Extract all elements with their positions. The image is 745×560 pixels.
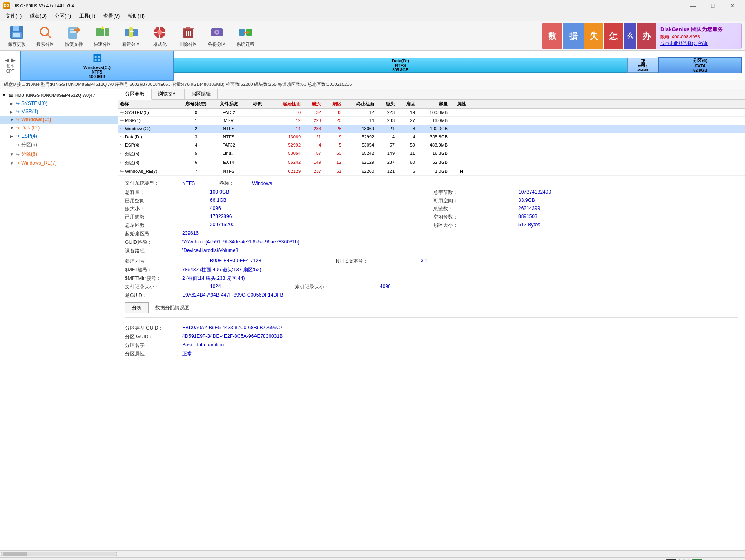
partition-c-label: Windows(C:) [83, 65, 111, 70]
close-button[interactable]: ✕ [723, 0, 742, 11]
minimize-button[interactable]: — [684, 0, 703, 11]
save-icon [9, 24, 25, 40]
sidebar-item-windowsre[interactable]: ▼ ↪ Windows_RE(7) [0, 159, 118, 167]
menu-tools[interactable]: 工具(T) [75, 12, 99, 20]
nav-arrows: ◀ ▶ [5, 57, 16, 63]
tab-partition-params[interactable]: 分区参数 [118, 89, 152, 100]
label-total-clusters: 总簇数： [433, 205, 515, 212]
header-num: 序号(状态) [180, 100, 212, 108]
guid-section: 分区类型 GUID： EBD0A0A2-B9E5-4433-87C0-68B6B… [125, 321, 738, 357]
delete-partition-button[interactable]: 删除分区 [175, 22, 202, 49]
partition-5-block[interactable]: 分区(5) wap p 16.8GB [627, 58, 659, 72]
sidebar-item-data-d[interactable]: ▼ ↪ Data(D:) [0, 124, 118, 132]
table-row[interactable]: ↪ Data(D:) 3 NTFS 13069 21 9 52992 4 4 3… [118, 133, 745, 141]
svg-text:+: + [130, 28, 134, 35]
val-cluster-size: 4096 [210, 205, 430, 212]
tab-browse-files[interactable]: 浏览文件 [152, 89, 185, 99]
new-partition-button[interactable]: + 新建分区 [118, 22, 145, 49]
sidebar-item-system[interactable]: ▶ ↪ SYSTEM(0) [0, 99, 118, 107]
banner-qq[interactable]: 或点击此处选择QQ咨询 [660, 40, 737, 47]
format-button[interactable]: 格式化 [146, 22, 173, 49]
partition-d-block[interactable]: Data(D:) NTFS 305.8GB [174, 58, 627, 73]
menu-disk[interactable]: 磁盘(D) [26, 12, 51, 20]
svg-rect-19 [159, 35, 160, 38]
menu-file[interactable]: 文件(F) [2, 12, 26, 20]
table-row[interactable]: ↪ SYSTEM(0) 0 FAT32 0 32 33 12 223 19 10… [118, 109, 745, 117]
svg-rect-24 [186, 27, 190, 28]
label-part-type-guid: 分区类型 GUID： [125, 325, 182, 332]
table-row[interactable]: ↪ Windows(C:) 2 NTFS 14 233 28 13069 21 … [118, 125, 745, 133]
val-serial: B00E-F4B0-0EF4-7128 [210, 258, 332, 265]
sidebar-item-windows-c[interactable]: ▼ ↪ Windows(C:) [0, 116, 118, 124]
svg-point-30 [216, 31, 218, 33]
partition-5-label: 分区(5) [640, 59, 646, 64]
sidebar-item-esp4[interactable]: ▶ ↪ ESP(4) [0, 132, 118, 140]
svg-rect-20 [154, 32, 157, 33]
label-free-clusters: 空闲簇数： [433, 214, 515, 221]
val-vol-guid: E9A624B4-A94B-447F-899C-C0056DF14DFB [182, 292, 283, 299]
header-end-cyl: 终止柱面 [343, 100, 376, 108]
recover-file-label: 恢复文件 [65, 41, 83, 47]
new-partition-icon: + [123, 24, 139, 40]
item-expand-icon: ▼ [10, 161, 14, 165]
table-row[interactable]: ↪ ESP(4) 4 FAT32 52992 4 5 53054 57 59 4… [118, 141, 745, 149]
banner-slogan: DiskGenius 团队为您服务 [660, 26, 737, 33]
partition-c-block[interactable]: ⊞ Windows(C:) NTFS 100.0GB [20, 49, 174, 81]
sidebar-item-part6[interactable]: ▼ ↪ 分区(6) [0, 149, 118, 159]
maximize-button[interactable]: □ [703, 0, 722, 11]
partition-arrow-icon: ↪ [16, 160, 20, 166]
title-bar-left: DG DiskGenius V5.4.6.1441 x64 [3, 2, 74, 9]
label-part-guid: 分区 GUID： [125, 333, 182, 340]
partition-6-size: 52.8GB [693, 68, 707, 73]
banner[interactable]: 数 据 失 怎 么 办 DiskGenius 团队为您服务 致电: 400-00… [542, 23, 742, 49]
fs-type-row: 文件系统类型： NTFS 卷标： Windows [125, 180, 738, 187]
sidebar-scrollbar[interactable] [0, 551, 118, 557]
save-button[interactable]: 保存更改 [3, 22, 30, 49]
val-total-bytes: 107374182400 [518, 189, 738, 196]
table-row[interactable]: ↪ MSR(1) 1 MSR 12 223 20 14 233 27 16.0M… [118, 117, 745, 125]
migrate-system-button[interactable]: 系统迁移 [232, 22, 259, 49]
menu-view[interactable]: 查看(V) [99, 12, 124, 20]
val-total-sectors: 209715200 [210, 222, 430, 229]
label-total-bytes: 总字节数： [433, 189, 515, 196]
search-partition-icon [37, 24, 54, 40]
label-vol-guid: 卷GUID： [125, 292, 182, 299]
tab-sector-edit[interactable]: 扇区编辑 [185, 89, 218, 99]
table-row[interactable]: ↪ Windows_RE(7) 7 NTFS 62129 237 61 6226… [118, 167, 745, 176]
data-dist-label: 数据分配情况图： [155, 304, 194, 311]
windows-icon: ⊞ [92, 51, 102, 65]
sidebar-disk-root[interactable]: ▼ 🖴 HD0:KINGSTONOM8SEP4512Q-A0(47: [0, 91, 118, 99]
partition-6-label: 分区(6) [693, 58, 707, 64]
status-icon-nu: Nu [666, 559, 676, 560]
sidebar: ▼ 🖴 HD0:KINGSTONOM8SEP4512Q-A0(47: ▶ ↪ S… [0, 89, 118, 550]
val-ntfs-ver: 3.1 [421, 258, 738, 265]
table-row[interactable]: ↪ 分区(6) 6 EXT4 55242 149 12 62129 237 60… [118, 158, 745, 167]
partition-arrow-icon: ↪ [16, 142, 20, 148]
recover-file-button[interactable]: 恢复文件 [60, 22, 87, 49]
nav-next-button[interactable]: ▶ [11, 57, 16, 63]
migrate-system-label: 系统迁移 [236, 41, 254, 47]
partition-d-fs: NTFS [395, 63, 406, 68]
file-rec-row: 文件记录大小： 1024 索引记录大小： 4096 [125, 283, 738, 290]
sidebar-item-msr[interactable]: ▶ ↪ MSR(1) [0, 107, 118, 116]
sidebar-item-part5[interactable]: ↪ 分区(5) [0, 140, 118, 149]
quick-partition-label: 快速分区 [94, 41, 112, 47]
menu-help[interactable]: 帮助(H) [124, 12, 149, 20]
header-size: 容量 [417, 100, 449, 108]
partition-6-block[interactable]: 分区(6) EXT4 52.8GB [658, 57, 742, 73]
backup-partition-button[interactable]: 备份分区 [203, 22, 230, 49]
label-guid-path: GUID路径： [125, 239, 182, 246]
toolbar: 保存更改 搜索分区 恢复文件 [0, 21, 745, 51]
partition-arrow-icon: ↪ [16, 100, 20, 106]
partition-6-fs: EXT4 [695, 64, 705, 68]
quick-partition-button[interactable]: 快速分区 [89, 22, 116, 49]
search-partition-button[interactable]: 搜索分区 [32, 22, 59, 49]
label-ntfs-ver: NTFS版本号： [336, 258, 417, 265]
svg-rect-9 [96, 28, 109, 36]
tab-bar: 分区参数 浏览文件 扇区编辑 [118, 89, 745, 100]
nav-prev-button[interactable]: ◀ [5, 57, 9, 63]
analyze-button[interactable]: 分析 [125, 302, 149, 313]
device-path-row: 设备路径： \Device\HarddiskVolume3 [125, 248, 738, 254]
table-row[interactable]: ↪ 分区(5) 5 Linu... 53054 57 60 55242 149 … [118, 149, 745, 158]
menu-partition[interactable]: 分区(P) [51, 12, 75, 20]
